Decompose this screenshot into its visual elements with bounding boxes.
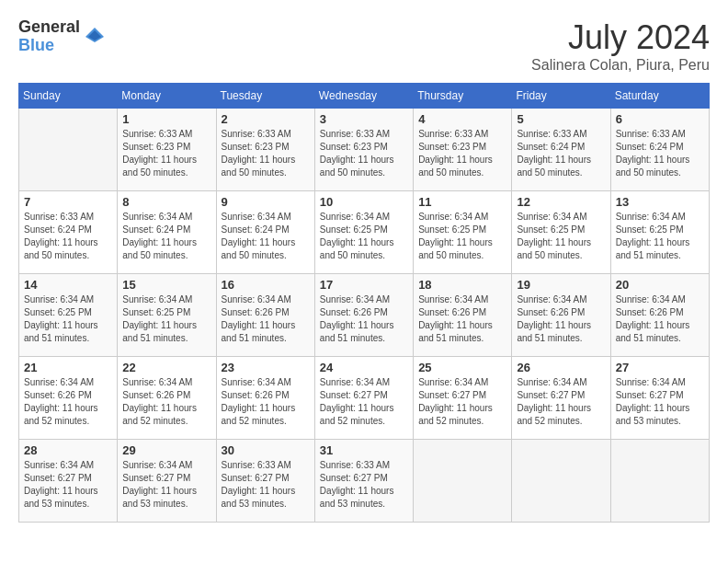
day-info: Sunrise: 6:33 AMSunset: 6:24 PMDaylight:… — [616, 128, 704, 179]
day-info: Sunrise: 6:34 AMSunset: 6:24 PMDaylight:… — [222, 211, 310, 262]
table-row: 22Sunrise: 6:34 AMSunset: 6:26 PMDayligh… — [118, 357, 216, 440]
table-row: 25Sunrise: 6:34 AMSunset: 6:27 PMDayligh… — [414, 357, 512, 440]
table-row: 10Sunrise: 6:34 AMSunset: 6:25 PMDayligh… — [314, 191, 413, 274]
table-row: 15Sunrise: 6:34 AMSunset: 6:25 PMDayligh… — [118, 274, 216, 357]
calendar-week-row: 1Sunrise: 6:33 AMSunset: 6:23 PMDaylight… — [19, 109, 710, 191]
day-number: 3 — [320, 112, 408, 126]
day-number: 24 — [320, 361, 408, 374]
day-number: 19 — [517, 278, 605, 292]
day-number: 8 — [122, 195, 210, 209]
calendar-week-row: 7Sunrise: 6:33 AMSunset: 6:24 PMDaylight… — [19, 191, 710, 274]
table-row: 1Sunrise: 6:33 AMSunset: 6:23 PMDaylight… — [118, 109, 216, 191]
day-number: 14 — [24, 278, 112, 292]
header-saturday: Saturday — [610, 84, 709, 109]
header-wednesday: Wednesday — [314, 84, 413, 109]
day-number: 22 — [122, 361, 210, 374]
table-row: 24Sunrise: 6:34 AMSunset: 6:27 PMDayligh… — [314, 357, 413, 440]
day-info: Sunrise: 6:34 AMSunset: 6:25 PMDaylight:… — [418, 211, 506, 262]
header-tuesday: Tuesday — [216, 84, 314, 109]
day-number: 31 — [320, 443, 408, 457]
table-row: 2Sunrise: 6:33 AMSunset: 6:23 PMDaylight… — [216, 109, 314, 191]
day-number: 12 — [517, 195, 605, 209]
day-info: Sunrise: 6:34 AMSunset: 6:27 PMDaylight:… — [122, 459, 210, 511]
table-row: 29Sunrise: 6:34 AMSunset: 6:27 PMDayligh… — [118, 440, 216, 523]
table-row: 27Sunrise: 6:34 AMSunset: 6:27 PMDayligh… — [610, 357, 709, 440]
day-info: Sunrise: 6:34 AMSunset: 6:25 PMDaylight:… — [320, 211, 408, 262]
table-row — [414, 440, 512, 523]
day-info: Sunrise: 6:34 AMSunset: 6:26 PMDaylight:… — [122, 376, 210, 428]
header-sunday: Sunday — [19, 84, 118, 109]
table-row: 16Sunrise: 6:34 AMSunset: 6:26 PMDayligh… — [216, 274, 314, 357]
table-row: 19Sunrise: 6:34 AMSunset: 6:26 PMDayligh… — [512, 274, 610, 357]
table-row — [512, 440, 610, 523]
logo-blue-text: Blue — [18, 37, 80, 55]
day-number: 10 — [320, 195, 408, 209]
day-info: Sunrise: 6:34 AMSunset: 6:27 PMDaylight:… — [616, 376, 704, 428]
day-info: Sunrise: 6:34 AMSunset: 6:26 PMDaylight:… — [222, 293, 310, 345]
day-info: Sunrise: 6:34 AMSunset: 6:26 PMDaylight:… — [616, 293, 704, 345]
table-row: 31Sunrise: 6:33 AMSunset: 6:27 PMDayligh… — [314, 440, 413, 523]
table-row: 9Sunrise: 6:34 AMSunset: 6:24 PMDaylight… — [216, 191, 314, 274]
day-number: 7 — [24, 195, 112, 209]
day-number: 26 — [517, 361, 605, 374]
day-number: 4 — [418, 112, 506, 126]
day-info: Sunrise: 6:34 AMSunset: 6:24 PMDaylight:… — [122, 211, 210, 262]
calendar-week-row: 21Sunrise: 6:34 AMSunset: 6:26 PMDayligh… — [19, 357, 710, 440]
day-number: 1 — [122, 112, 210, 126]
header-friday: Friday — [512, 84, 610, 109]
day-info: Sunrise: 6:34 AMSunset: 6:27 PMDaylight:… — [418, 376, 506, 428]
day-info: Sunrise: 6:33 AMSunset: 6:24 PMDaylight:… — [517, 128, 605, 179]
calendar-table: Sunday Monday Tuesday Wednesday Thursday… — [18, 83, 710, 523]
day-info: Sunrise: 6:34 AMSunset: 6:26 PMDaylight:… — [24, 376, 112, 428]
table-row — [610, 440, 709, 523]
title-block: July 2024 Salinera Colan, Piura, Peru — [531, 18, 710, 74]
table-row: 8Sunrise: 6:34 AMSunset: 6:24 PMDaylight… — [118, 191, 216, 274]
table-row: 11Sunrise: 6:34 AMSunset: 6:25 PMDayligh… — [414, 191, 512, 274]
day-number: 6 — [616, 112, 704, 126]
table-row: 28Sunrise: 6:34 AMSunset: 6:27 PMDayligh… — [19, 440, 118, 523]
day-info: Sunrise: 6:33 AMSunset: 6:23 PMDaylight:… — [320, 128, 408, 179]
day-number: 13 — [616, 195, 704, 209]
table-row: 3Sunrise: 6:33 AMSunset: 6:23 PMDaylight… — [314, 109, 413, 191]
logo-general-text: General — [18, 18, 80, 37]
day-info: Sunrise: 6:33 AMSunset: 6:23 PMDaylight:… — [222, 128, 310, 179]
header-thursday: Thursday — [414, 84, 512, 109]
table-row: 17Sunrise: 6:34 AMSunset: 6:26 PMDayligh… — [314, 274, 413, 357]
day-info: Sunrise: 6:33 AMSunset: 6:24 PMDaylight:… — [24, 211, 112, 262]
day-number: 11 — [418, 195, 506, 209]
table-row: 30Sunrise: 6:33 AMSunset: 6:27 PMDayligh… — [216, 440, 314, 523]
table-row: 7Sunrise: 6:33 AMSunset: 6:24 PMDaylight… — [19, 191, 118, 274]
day-info: Sunrise: 6:34 AMSunset: 6:25 PMDaylight:… — [24, 293, 112, 345]
day-info: Sunrise: 6:34 AMSunset: 6:27 PMDaylight:… — [517, 376, 605, 428]
day-info: Sunrise: 6:34 AMSunset: 6:26 PMDaylight:… — [222, 376, 310, 428]
day-number: 2 — [222, 112, 310, 126]
location-subtitle: Salinera Colan, Piura, Peru — [531, 57, 710, 74]
day-number: 20 — [616, 278, 704, 292]
day-number: 15 — [122, 278, 210, 292]
calendar-week-row: 28Sunrise: 6:34 AMSunset: 6:27 PMDayligh… — [19, 440, 710, 523]
day-info: Sunrise: 6:33 AMSunset: 6:27 PMDaylight:… — [320, 459, 408, 511]
logo-icon — [84, 26, 106, 48]
table-row: 26Sunrise: 6:34 AMSunset: 6:27 PMDayligh… — [512, 357, 610, 440]
calendar-header-row: Sunday Monday Tuesday Wednesday Thursday… — [19, 84, 710, 109]
table-row: 23Sunrise: 6:34 AMSunset: 6:26 PMDayligh… — [216, 357, 314, 440]
day-info: Sunrise: 6:34 AMSunset: 6:25 PMDaylight:… — [616, 211, 704, 262]
day-info: Sunrise: 6:33 AMSunset: 6:27 PMDaylight:… — [222, 459, 310, 511]
day-number: 27 — [616, 361, 704, 374]
logo: General Blue — [18, 18, 106, 55]
day-info: Sunrise: 6:34 AMSunset: 6:25 PMDaylight:… — [122, 293, 210, 345]
table-row — [19, 109, 118, 191]
day-number: 18 — [418, 278, 506, 292]
day-info: Sunrise: 6:34 AMSunset: 6:27 PMDaylight:… — [320, 376, 408, 428]
table-row: 5Sunrise: 6:33 AMSunset: 6:24 PMDaylight… — [512, 109, 610, 191]
day-number: 29 — [122, 443, 210, 457]
day-number: 5 — [517, 112, 605, 126]
header-monday: Monday — [118, 84, 216, 109]
day-info: Sunrise: 6:34 AMSunset: 6:26 PMDaylight:… — [517, 293, 605, 345]
table-row: 18Sunrise: 6:34 AMSunset: 6:26 PMDayligh… — [414, 274, 512, 357]
table-row: 6Sunrise: 6:33 AMSunset: 6:24 PMDaylight… — [610, 109, 709, 191]
day-number: 28 — [24, 443, 112, 457]
day-info: Sunrise: 6:33 AMSunset: 6:23 PMDaylight:… — [122, 128, 210, 179]
day-info: Sunrise: 6:34 AMSunset: 6:26 PMDaylight:… — [320, 293, 408, 345]
table-row: 4Sunrise: 6:33 AMSunset: 6:23 PMDaylight… — [414, 109, 512, 191]
